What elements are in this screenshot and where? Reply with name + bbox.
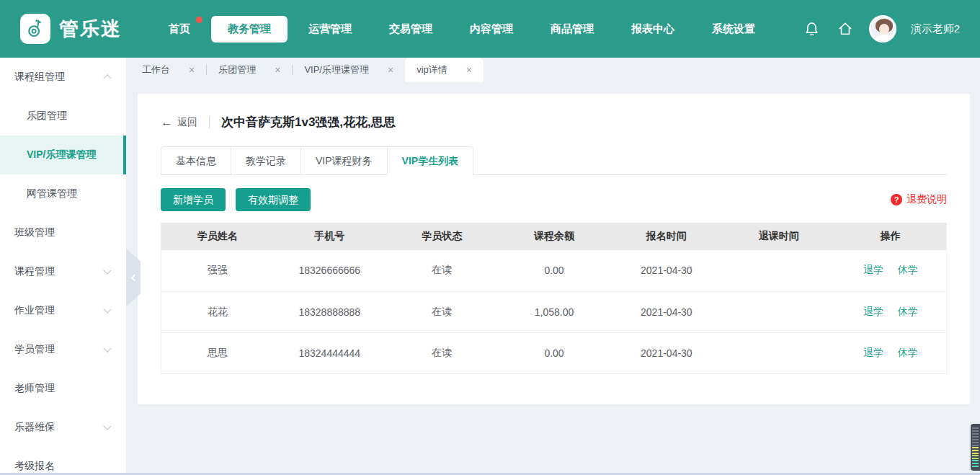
nav-item-academic-label: 教务管理 (228, 22, 271, 35)
detail-tabs: 基本信息 教学记录 VIP课程财务 VIP学生列表 (161, 146, 947, 175)
close-icon[interactable]: × (388, 64, 393, 76)
col-enroll-date: 报名时间 (610, 223, 723, 250)
nav-item-operations-label: 运营管理 (308, 22, 352, 35)
cell-student-name: 花花 (161, 291, 274, 332)
quit-school-link[interactable]: 退学 (863, 264, 883, 275)
sidebar: 课程组管理 乐团管理 VIP/乐理课管理 网管课管理 班级管理 课程管理 作业管… (0, 58, 126, 475)
sidebar-item-instrument-maintenance[interactable]: 乐器维保 (0, 408, 126, 447)
close-icon[interactable]: × (189, 64, 195, 76)
nav-item-products-label: 商品管理 (551, 22, 594, 35)
nav-item-transactions-label: 交易管理 (389, 22, 432, 35)
suspend-link[interactable]: 休学 (898, 264, 918, 275)
sidebar-item-orchestra[interactable]: 乐团管理 (0, 97, 126, 136)
home-icon[interactable] (836, 19, 855, 38)
open-tab-label: 乐团管理 (218, 63, 256, 76)
brand-name: 管乐迷 (59, 16, 122, 42)
sidebar-item-label: 网管课管理 (27, 187, 77, 200)
col-balance: 课程余额 (498, 223, 610, 250)
page-title: 次中音萨克斯1v3强强,花花,思思 (221, 114, 396, 130)
open-tab-label: 工作台 (142, 63, 170, 76)
sidebar-item-label: 老师管理 (14, 382, 55, 395)
suspend-link[interactable]: 休学 (898, 306, 918, 317)
chevron-down-icon (103, 266, 111, 274)
nav-item-reports[interactable]: 报表中心 (615, 16, 691, 43)
back-arrow-icon: ← (161, 115, 173, 130)
sidebar-item-label: 学员管理 (14, 343, 55, 356)
sidebar-item-vip-theory[interactable]: VIP/乐理课管理 (0, 136, 126, 174)
open-tab-vip-theory[interactable]: VIP/乐理课管理 × (293, 58, 405, 82)
nav-item-settings[interactable]: 系统设置 (695, 16, 772, 43)
cell-enroll-date: 2021-04-30 (610, 332, 723, 373)
cell-enroll-date: 2021-04-30 (610, 291, 723, 332)
cell-balance: 0.00 (498, 332, 610, 373)
open-tab-workbench[interactable]: 工作台 × (130, 58, 206, 82)
tab-vip-course-finance[interactable]: VIP课程财务 (300, 146, 388, 175)
detail-card: ← 返回 次中音萨克斯1v3强强,花花,思思 基本信息 教学记录 VIP课程财务… (138, 94, 970, 404)
page-header: ← 返回 次中音萨克斯1v3强强,花花,思思 (161, 114, 947, 130)
cell-quit-date (723, 332, 835, 373)
nav-item-content[interactable]: 内容管理 (453, 16, 530, 43)
sidebar-item-label: 课程管理 (14, 265, 55, 278)
cell-actions: 退学 休学 (835, 291, 947, 332)
horn-icon (24, 18, 46, 40)
back-label: 返回 (177, 116, 197, 129)
sidebar-item-grading-signup[interactable]: 考级报名 (0, 447, 126, 475)
chevron-up-icon (103, 74, 111, 82)
sidebar-item-label: 乐器维保 (14, 421, 55, 434)
table-row: 强强 18326666666 在读 0.00 2021-04-30 退学 休学 (161, 250, 947, 291)
back-button[interactable]: ← 返回 (161, 115, 197, 130)
header-divider (209, 117, 210, 128)
cell-enroll-date: 2021-04-30 (610, 250, 723, 291)
chevron-left-icon (131, 274, 138, 281)
cell-status: 在读 (386, 291, 498, 332)
chevron-down-icon (103, 305, 111, 313)
sidebar-item-label: 考级报名 (14, 460, 55, 473)
col-status: 学员状态 (386, 223, 498, 250)
sidebar-item-course-mgmt[interactable]: 课程管理 (0, 252, 126, 291)
open-tab-label: VIP/乐理课管理 (304, 63, 369, 76)
nav-item-home[interactable]: 首页 (152, 16, 207, 43)
cell-student-name: 思思 (161, 332, 274, 373)
open-tab-label: vip详情 (416, 63, 447, 76)
sidebar-item-teachers[interactable]: 老师管理 (0, 369, 126, 408)
suspend-link[interactable]: 休学 (898, 347, 918, 358)
cell-actions: 退学 休学 (835, 332, 947, 373)
cell-status: 在读 (386, 250, 498, 291)
open-tab-vip-detail[interactable]: vip详情 × (405, 58, 484, 82)
quit-school-link[interactable]: 退学 (863, 306, 883, 317)
sidebar-item-students[interactable]: 学员管理 (0, 330, 126, 369)
tab-basic-info[interactable]: 基本信息 (161, 146, 231, 175)
col-phone: 手机号 (273, 223, 386, 250)
close-icon[interactable]: × (466, 64, 472, 76)
nav-item-transactions[interactable]: 交易管理 (373, 16, 449, 43)
bell-icon[interactable] (803, 19, 821, 38)
student-table: 学员姓名 手机号 学员状态 课程余额 报名时间 退课时间 操作 强强 18326… (161, 223, 947, 374)
nav-item-settings-label: 系统设置 (712, 22, 755, 35)
sidebar-item-class-mgmt[interactable]: 班级管理 (0, 213, 126, 252)
user-name[interactable]: 演示老师2 (911, 22, 960, 36)
close-icon[interactable]: × (275, 64, 280, 76)
sidebar-item-label: 课程组管理 (14, 71, 65, 84)
nav-item-academic[interactable]: 教务管理 (211, 16, 288, 43)
add-student-button[interactable]: 新增学员 (161, 188, 226, 211)
nav-item-products[interactable]: 商品管理 (534, 16, 610, 43)
sidebar-item-course-group[interactable]: 课程组管理 (0, 58, 126, 97)
main-content: ← 返回 次中音萨克斯1v3强强,花花,思思 基本信息 教学记录 VIP课程财务… (126, 82, 980, 475)
refund-note-label: 退费说明 (906, 193, 947, 206)
open-tab-orchestra[interactable]: 乐团管理 × (207, 58, 292, 82)
chevron-down-icon (103, 422, 111, 430)
nav-item-operations[interactable]: 运营管理 (292, 16, 368, 43)
cell-actions: 退学 休学 (835, 250, 947, 291)
nav-item-home-label: 首页 (169, 22, 190, 35)
top-navbar: 管乐迷 首页 教务管理 运营管理 交易管理 内容管理 商品管理 报表中心 系统设… (0, 0, 980, 58)
chevron-down-icon (103, 344, 111, 352)
tab-vip-student-list[interactable]: VIP学生列表 (387, 146, 474, 175)
quit-school-link[interactable]: 退学 (863, 347, 883, 358)
sidebar-item-homework[interactable]: 作业管理 (0, 291, 126, 330)
sidebar-item-online-class[interactable]: 网管课管理 (0, 174, 126, 213)
col-quit-date: 退课时间 (723, 223, 835, 250)
refund-note-link[interactable]: ? 退费说明 (891, 193, 947, 206)
tab-teaching-records[interactable]: 教学记录 (231, 146, 301, 175)
user-avatar[interactable] (869, 15, 896, 43)
adjust-validity-button[interactable]: 有效期调整 (236, 188, 311, 211)
